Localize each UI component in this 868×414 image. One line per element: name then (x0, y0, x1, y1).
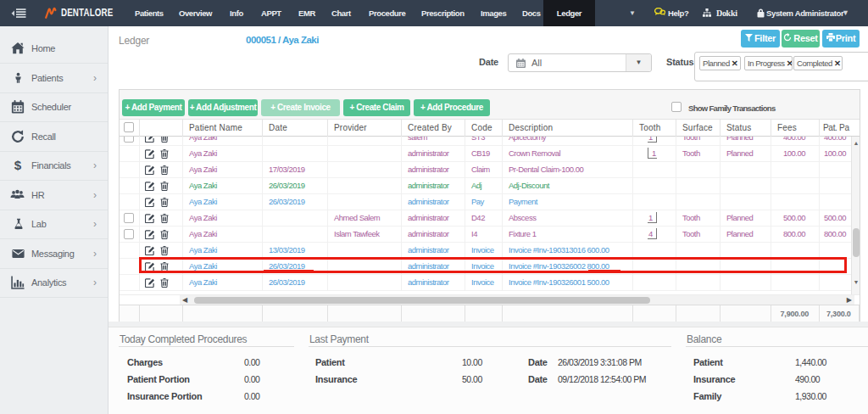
svg-text:$: $ (14, 159, 22, 172)
